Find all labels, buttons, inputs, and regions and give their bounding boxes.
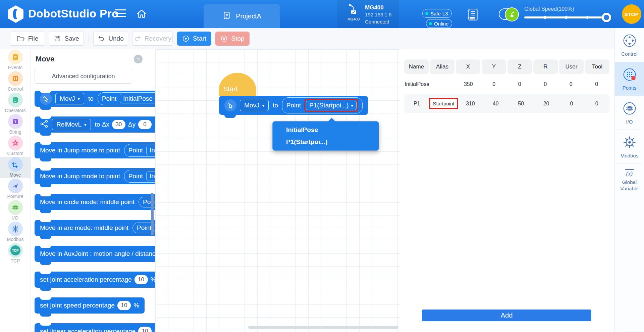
sidebar-item-posture[interactable]: Posture xyxy=(0,178,31,200)
sidebar-item-io[interactable]: I/O I/O xyxy=(0,200,31,221)
modbus-icon xyxy=(8,222,23,236)
sidebar-item-custom[interactable]: × Custom xyxy=(0,135,31,157)
palette-block-circle[interactable]: Move in circle mode: middle point Point xyxy=(35,194,155,210)
save-button[interactable]: Save xyxy=(49,32,84,46)
io-icon: I/O xyxy=(8,200,23,215)
robot-enable-toggle[interactable] xyxy=(499,8,518,20)
stop-button[interactable]: Stop xyxy=(215,32,250,46)
point-value-dropdown[interactable]: InitialPose▾ xyxy=(146,172,155,181)
emergency-stop-button[interactable]: STOP xyxy=(622,4,641,24)
add-point-button[interactable]: Add xyxy=(422,310,591,321)
percentage-input[interactable]: 10 xyxy=(117,301,131,310)
move-icon xyxy=(8,157,23,172)
canvas-horizontal-scrollbar[interactable] xyxy=(248,326,398,329)
sidebar-item-string[interactable]: T String xyxy=(0,114,31,135)
panel-tab-points[interactable]: Points xyxy=(615,62,644,96)
column-header[interactable]: Name xyxy=(404,59,429,74)
svg-text:T: T xyxy=(14,120,16,124)
device-status-link[interactable]: Connected xyxy=(365,18,391,25)
point-pill: Point InitialPose▾ xyxy=(98,92,155,105)
palette-block-arc[interactable]: Move in arc mode: middle point Point xyxy=(35,220,155,236)
palette-block-auxjoint[interactable]: Move in AuxJoint : motion angle / distan… xyxy=(35,246,155,262)
point-pill: Point InitialPose▾ xyxy=(124,144,155,157)
recovery-button[interactable]: Recovery xyxy=(132,32,173,46)
dropdown-option-p1[interactable]: P1(Startpoi...) xyxy=(273,136,379,148)
palette-block-movj[interactable]: MovJ▾ to Point InitialPose▾ xyxy=(35,91,155,107)
point-value-dropdown[interactable]: InitialPose▾ xyxy=(120,94,155,103)
column-header[interactable]: Alias xyxy=(430,59,454,74)
main-toolbar: File Save Undo Recovery S xyxy=(0,28,644,49)
dy-input[interactable]: 0 xyxy=(138,120,152,129)
online-badge[interactable]: Online xyxy=(426,19,452,28)
global-variable-icon: (x) xyxy=(625,169,634,177)
sidebar-item-events[interactable]: Events xyxy=(0,49,31,71)
undo-button[interactable]: Undo xyxy=(93,32,128,46)
percentage-input[interactable]: 10 xyxy=(135,275,148,284)
svg-text:I/O: I/O xyxy=(14,207,16,209)
tab-project[interactable]: ProjectA xyxy=(204,4,280,28)
panel-tab-control[interactable]: Control xyxy=(615,28,644,57)
palette-scrollbar[interactable] xyxy=(151,193,154,235)
io-chip-icon: I/O xyxy=(623,101,637,117)
palette-block-jump[interactable]: Move in Jump mode to point Point Initial… xyxy=(35,142,155,158)
column-header[interactable]: R xyxy=(533,59,558,74)
motion-type-dropdown[interactable]: MovJ▾ xyxy=(240,100,269,111)
column-header[interactable]: X xyxy=(456,59,480,74)
file-button[interactable]: File xyxy=(10,32,45,46)
dropdown-option-initialpose[interactable]: InitialPose xyxy=(273,124,379,136)
sidebar-item-tcp[interactable]: TCP TCP xyxy=(0,243,31,264)
recovery-icon xyxy=(134,35,141,42)
program-canvas[interactable]: Start MovJ▾ to Point P1(Startpoi...)▾ In… xyxy=(155,49,400,332)
sidebar-item-move[interactable]: Move xyxy=(0,157,31,178)
home-icon[interactable] xyxy=(136,8,147,21)
point-value-dropdown[interactable]: P1(Startpoi...)▾ xyxy=(306,101,357,110)
palette-title: Move xyxy=(36,55,54,63)
help-icon[interactable]: ? xyxy=(134,55,143,63)
palette-block-joint-accel[interactable]: set joint acceleration percentage 10 % xyxy=(35,272,155,288)
table-row[interactable]: P1 Startpoint 310 40 50 20 0 0 xyxy=(404,94,609,113)
robot-arm-icon[interactable]: MG400 xyxy=(345,3,362,21)
log-icon[interactable]: LOG xyxy=(466,8,479,23)
column-header[interactable]: Z xyxy=(507,59,532,74)
string-icon: T xyxy=(8,114,23,129)
sidebar-item-control[interactable]: Control xyxy=(0,71,31,92)
safe-status-dot xyxy=(425,12,428,15)
point-value-dropdown[interactable]: InitialPose▾ xyxy=(146,146,155,155)
alias-highlight-box[interactable]: Startpoint xyxy=(429,98,458,109)
global-speed-thumb[interactable] xyxy=(602,13,611,22)
sidebar-item-operators[interactable]: +−×÷ Operators xyxy=(0,92,31,114)
column-header[interactable]: Tool xyxy=(585,59,609,74)
posture-icon xyxy=(8,179,23,193)
canvas-movj-block[interactable]: MovJ▾ to Point P1(Startpoi...)▾ xyxy=(219,96,368,115)
dobot-logo-icon xyxy=(7,5,24,23)
palette-block-relmov[interactable]: RelMovL▾ to Δx 30 Δy 0 xyxy=(35,116,155,133)
app-header: DobotStudio Pro ProjectA MG400 xyxy=(0,0,644,28)
play-icon xyxy=(182,35,190,42)
robot-icon-caption: MG400 xyxy=(345,17,362,21)
point-dropdown-menu: InitialPose P1(Startpoi...) xyxy=(272,121,379,151)
start-block[interactable]: Start xyxy=(219,73,256,96)
table-row[interactable]: InitialPose 350 0 0 0 0 0 xyxy=(404,75,609,93)
palette-block-linear-accel[interactable]: set linear acceleration percentage 10 % xyxy=(35,323,155,332)
global-speed-label: Global Speed(100%) xyxy=(524,6,574,12)
panel-tab-modbus[interactable]: Modbus xyxy=(615,130,644,159)
advanced-configuration-button[interactable]: Advanced configuration xyxy=(35,69,132,84)
column-header[interactable]: Y xyxy=(482,59,506,74)
operators-icon: +−×÷ xyxy=(8,93,23,107)
menu-icon[interactable] xyxy=(115,9,126,17)
panel-tab-io[interactable]: I/O I/O xyxy=(615,96,644,125)
column-header[interactable]: User xyxy=(559,59,584,74)
motion-type-dropdown[interactable]: RelMovL▾ xyxy=(52,119,91,130)
start-button[interactable]: Start xyxy=(177,32,211,46)
device-name: MG400 xyxy=(365,4,391,11)
percentage-input[interactable]: 10 xyxy=(138,327,152,332)
palette-block-jump[interactable]: Move in Jump mode to point Point Initial… xyxy=(35,168,155,184)
svg-text:TCP: TCP xyxy=(12,249,18,252)
motion-type-dropdown[interactable]: MovJ▾ xyxy=(55,93,84,104)
palette-block-joint-speed[interactable]: set joint speed percentage 10 % xyxy=(35,297,145,314)
safe-mode-badge[interactable]: Safe-L3 xyxy=(422,9,452,18)
global-speed-slider[interactable] xyxy=(524,16,610,18)
panel-tab-global-variable[interactable]: (x) Global Variable xyxy=(615,164,644,192)
dx-input[interactable]: 30 xyxy=(112,120,125,129)
sidebar-item-modbus[interactable]: Modbus xyxy=(0,221,31,243)
